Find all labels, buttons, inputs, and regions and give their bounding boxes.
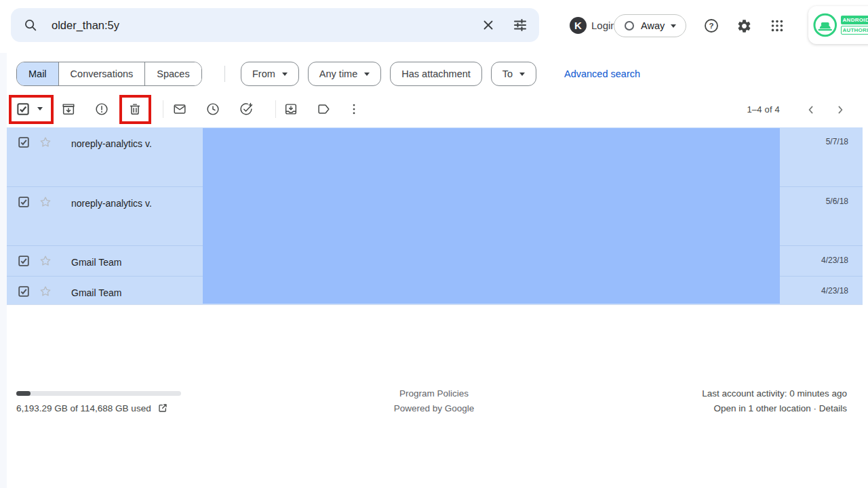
login-label: Login: [591, 20, 616, 31]
divider: [163, 100, 163, 118]
filter-chip-from[interactable]: From: [241, 62, 299, 86]
divider: [275, 100, 276, 118]
star-icon[interactable]: [39, 136, 52, 152]
android-authority-badge[interactable]: ANDROID AUTHORITY: [808, 6, 868, 44]
chevron-down-icon: [364, 73, 370, 76]
row-checkbox[interactable]: [18, 197, 29, 210]
filter-chip-any-time[interactable]: Any time: [308, 62, 381, 86]
collapsed-nav-gutter: [0, 53, 7, 488]
chevron-down-icon: [671, 24, 676, 28]
chip-label: Any time: [319, 68, 357, 79]
star-icon[interactable]: [39, 195, 52, 211]
chip-label: To: [502, 68, 513, 79]
tab-mail[interactable]: Mail: [17, 62, 58, 85]
row-checkbox[interactable]: [18, 286, 29, 300]
more-options-icon[interactable]: [340, 96, 368, 123]
email-date: 5/7/18: [826, 137, 848, 146]
email-sender: noreply-analytics v.: [71, 198, 152, 209]
filter-chip-to[interactable]: To: [491, 62, 536, 86]
brand-line-1: ANDROID: [841, 16, 868, 24]
annotation-box-select: [9, 95, 54, 124]
newer-chevron-left-icon[interactable]: [802, 101, 820, 119]
email-date: 4/23/18: [821, 256, 848, 265]
extension-login[interactable]: K Login: [570, 17, 616, 34]
apps-grid-icon[interactable]: [764, 12, 791, 39]
mark-unread-icon[interactable]: [166, 96, 193, 123]
row-checkbox[interactable]: [18, 256, 29, 269]
star-icon[interactable]: [39, 285, 52, 301]
search-icon[interactable]: [23, 18, 38, 33]
chip-label: From: [252, 68, 275, 79]
snooze-icon[interactable]: [199, 96, 226, 123]
add-to-tasks-icon[interactable]: [233, 96, 260, 123]
status-label: Away: [641, 20, 665, 31]
email-date: 5/6/18: [826, 197, 848, 206]
advanced-search-link[interactable]: Advanced search: [564, 62, 640, 86]
chip-label: Has attachment: [401, 68, 471, 79]
help-icon[interactable]: ?: [698, 12, 725, 39]
email-sender: Gmail Team: [71, 287, 121, 298]
delete-trash-icon[interactable]: [121, 96, 149, 123]
pagination-count: 1–4 of 4: [747, 104, 780, 115]
open-location-details-link[interactable]: Open in 1 other location · Details: [713, 403, 847, 413]
svg-text:?: ?: [709, 22, 713, 30]
star-icon[interactable]: [39, 254, 52, 270]
tab-conversations[interactable]: Conversations: [58, 62, 145, 85]
chevron-down-icon: [282, 73, 288, 76]
email-sender: Gmail Team: [71, 257, 121, 268]
search-options-icon[interactable]: [512, 17, 528, 33]
android-authority-logo-icon: [813, 13, 837, 37]
away-status-icon: [624, 20, 635, 31]
filter-chips: From Any time Has attachment To: [241, 62, 536, 86]
email-sender: noreply-analytics v.: [71, 138, 152, 149]
tab-spaces[interactable]: Spaces: [144, 62, 201, 85]
clear-search-icon[interactable]: [481, 18, 496, 33]
status-dropdown[interactable]: Away: [614, 14, 686, 37]
search-scope-tabs: Mail Conversations Spaces: [16, 62, 202, 86]
select-dropdown-icon[interactable]: [37, 107, 43, 110]
report-spam-icon[interactable]: [88, 96, 115, 123]
select-all-checkbox[interactable]: [17, 103, 29, 118]
label-icon[interactable]: [310, 96, 337, 123]
brand-line-2: AUTHORITY: [841, 26, 868, 35]
settings-gear-icon[interactable]: [730, 12, 757, 39]
redacted-subject-area: [203, 128, 780, 304]
search-input[interactable]: [52, 19, 481, 32]
row-checkbox[interactable]: [18, 137, 29, 150]
archive-icon[interactable]: [55, 96, 82, 123]
filter-chip-has-attachment[interactable]: Has attachment: [390, 62, 482, 86]
chevron-down-icon: [519, 73, 525, 76]
move-to-icon[interactable]: [277, 96, 304, 123]
older-chevron-right-icon[interactable]: [831, 101, 849, 119]
last-account-activity-text: Last account activity: 0 minutes ago: [702, 388, 847, 399]
email-date: 4/23/18: [821, 286, 848, 296]
search-bar[interactable]: [11, 8, 539, 42]
keeper-avatar-icon: K: [570, 17, 587, 34]
divider: [224, 66, 225, 82]
